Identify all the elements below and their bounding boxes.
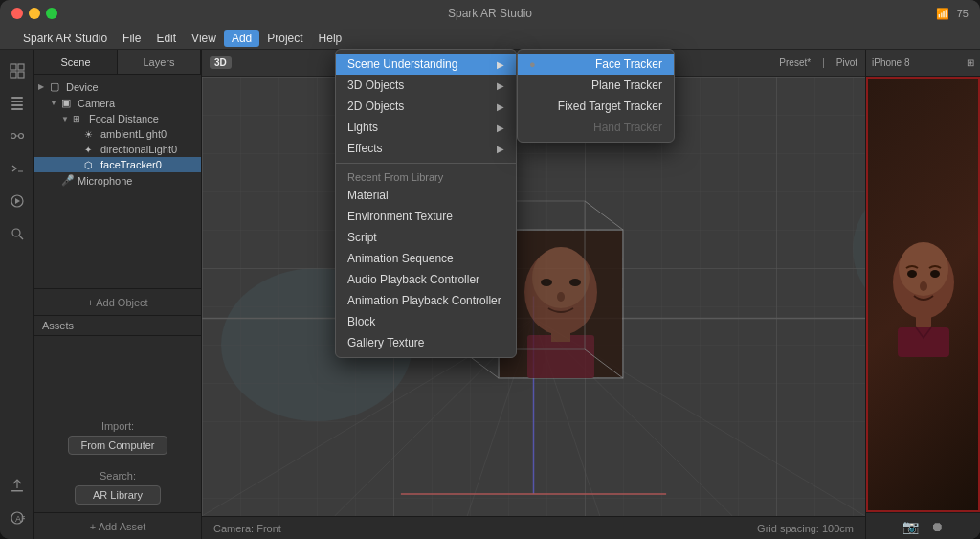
- camera-preview-icon[interactable]: 📷: [902, 519, 919, 534]
- expand-icon[interactable]: ⊞: [967, 57, 974, 68]
- menu-item-audio-playback[interactable]: Audio Playback Controller: [336, 269, 516, 290]
- lights-label: Lights: [347, 121, 378, 134]
- svg-line-14: [19, 236, 23, 239]
- pivot-label: Pivot: [836, 57, 858, 68]
- add-asset-button[interactable]: + Add Asset: [34, 512, 201, 539]
- sidebar-icon-console[interactable]: [4, 155, 31, 182]
- svg-point-57: [907, 270, 917, 278]
- material-label: Material: [347, 189, 389, 202]
- window-title: Spark AR Studio: [448, 7, 532, 20]
- submenu-item-face-tracker[interactable]: ● Face Tracker: [518, 54, 674, 75]
- grid-status: Grid spacing: 100cm: [757, 523, 854, 534]
- svg-rect-49: [551, 328, 570, 342]
- sidebar-icon-scene[interactable]: [4, 57, 31, 84]
- facetracker-icon: ⬡: [84, 160, 98, 170]
- block-label: Block: [347, 315, 375, 328]
- menu-spark[interactable]: Spark AR Studio: [15, 30, 115, 47]
- tree-item-directional[interactable]: ▶ ✦ directionalLight0: [34, 142, 201, 157]
- menu-item-env-texture[interactable]: Environment Texture: [336, 206, 516, 227]
- menu-item-script[interactable]: Script: [336, 227, 516, 248]
- tree-arrow-camera: ▼: [50, 99, 61, 107]
- 3d-objects-label: 3D Objects: [347, 79, 404, 92]
- menu-item-anim-playback[interactable]: Animation Playback Controller: [336, 290, 516, 311]
- tree-label-ambient: ambientLight0: [100, 128, 167, 140]
- tree-item-focal[interactable]: ▼ ⊞ Focal Distance: [34, 111, 201, 126]
- assets-panel: Assets Import: From Computer Search: AR …: [34, 315, 201, 539]
- titlebar-right: 📶 75: [936, 8, 969, 20]
- svg-text:AR: AR: [15, 514, 25, 524]
- tree-label-focal: Focal Distance: [89, 113, 159, 124]
- assets-search: Search: AR Library: [34, 462, 201, 512]
- tree-arrow-focal: ▼: [61, 115, 73, 124]
- svg-rect-60: [916, 316, 931, 327]
- panel-tabs: Scene Layers: [34, 50, 201, 75]
- menu-divider: [336, 163, 516, 164]
- svg-point-9: [18, 134, 23, 139]
- svg-point-8: [11, 134, 15, 139]
- scene-understanding-arrow: ▶: [497, 59, 504, 70]
- audio-playback-label: Audio Playback Controller: [347, 273, 479, 286]
- tree-item-camera[interactable]: ▼ ▣ Camera: [34, 95, 201, 111]
- plane-tracker-label: Plane Tracker: [591, 79, 662, 92]
- tree-item-microphone[interactable]: ▶ 🎤 Microphone: [34, 172, 201, 189]
- menu-item-anim-seq[interactable]: Animation Sequence: [336, 248, 516, 269]
- tree-label-camera: Camera: [78, 98, 115, 109]
- svg-rect-7: [11, 108, 23, 110]
- focal-icon: ⊞: [73, 114, 86, 124]
- titlebar: Spark AR Studio 📶 75: [0, 0, 980, 27]
- svg-point-45: [541, 279, 552, 286]
- maximize-button[interactable]: [46, 8, 57, 19]
- svg-rect-4: [11, 101, 23, 102]
- menu-item-scene-understanding[interactable]: Scene Understanding ▶: [336, 54, 516, 75]
- record-preview-icon[interactable]: ⏺: [930, 519, 944, 534]
- tree-item-device[interactable]: ▶ ▢ Device: [34, 79, 201, 95]
- sidebar-icon-layers[interactable]: [4, 90, 31, 117]
- tree-arrow-device: ▶: [38, 82, 50, 91]
- sidebar-icon-upload[interactable]: [4, 472, 31, 499]
- menu-file[interactable]: File: [115, 30, 148, 47]
- script-label: Script: [347, 231, 377, 244]
- minimize-button[interactable]: [29, 8, 40, 19]
- preview-controls: 📷 ⏺: [866, 512, 980, 539]
- menu-add[interactable]: Add: [224, 30, 259, 47]
- face-tracker-check: ●: [529, 58, 543, 70]
- menu-item-2d-objects[interactable]: 2D Objects ▶: [336, 96, 516, 117]
- submenu-item-plane-tracker[interactable]: Plane Tracker: [518, 75, 674, 96]
- sidebar-icon-simulate[interactable]: [4, 188, 31, 214]
- import-label: Import:: [101, 420, 134, 432]
- import-from-computer-button[interactable]: From Computer: [68, 436, 167, 455]
- ar-library-button[interactable]: AR Library: [75, 485, 161, 505]
- preset-label: Preset*: [779, 57, 811, 68]
- tree-item-facetracker[interactable]: ▶ ⬡ faceTracker0: [34, 157, 201, 172]
- svg-rect-5: [11, 104, 23, 106]
- menu-item-material[interactable]: Material: [336, 185, 516, 206]
- tab-scene[interactable]: Scene: [34, 50, 118, 74]
- sidebar-icon-share[interactable]: AR: [4, 505, 31, 531]
- add-object-button[interactable]: + Add Object: [34, 288, 201, 315]
- face-tracker-label: Face Tracker: [595, 57, 662, 71]
- menu-edit[interactable]: Edit: [148, 30, 184, 47]
- menu-view[interactable]: View: [184, 30, 224, 47]
- camera-icon: ▣: [61, 97, 75, 109]
- wifi-icon: 📶: [936, 8, 949, 20]
- tab-layers[interactable]: Layers: [118, 50, 201, 74]
- submenu-item-fixed-target[interactable]: Fixed Target Tracker: [518, 96, 674, 117]
- sidebar-icon-search[interactable]: [4, 220, 31, 247]
- svg-rect-3: [18, 72, 24, 78]
- 3d-badge: 3D: [210, 56, 232, 69]
- tree-item-ambient[interactable]: ▶ ☀ ambientLight0: [34, 126, 201, 142]
- submenu-item-hand-tracker: Hand Tracker: [518, 117, 674, 138]
- add-menu-dropdown: Scene Understanding ▶ 3D Objects ▶ 2D Ob…: [335, 49, 517, 358]
- menu-item-block[interactable]: Block: [336, 311, 516, 332]
- menu-item-gallery-texture[interactable]: Gallery Texture: [336, 332, 516, 353]
- face-preview-svg: [880, 233, 967, 357]
- close-button[interactable]: [11, 8, 23, 19]
- 3d-objects-arrow: ▶: [497, 80, 504, 91]
- menu-item-effects[interactable]: Effects ▶: [336, 138, 516, 159]
- menu-item-lights[interactable]: Lights ▶: [336, 117, 516, 138]
- menu-project[interactable]: Project: [259, 30, 310, 47]
- svg-point-47: [557, 292, 565, 302]
- sidebar-icon-patches[interactable]: [4, 123, 31, 149]
- menu-help[interactable]: Help: [311, 30, 350, 47]
- menu-item-3d-objects[interactable]: 3D Objects ▶: [336, 75, 516, 96]
